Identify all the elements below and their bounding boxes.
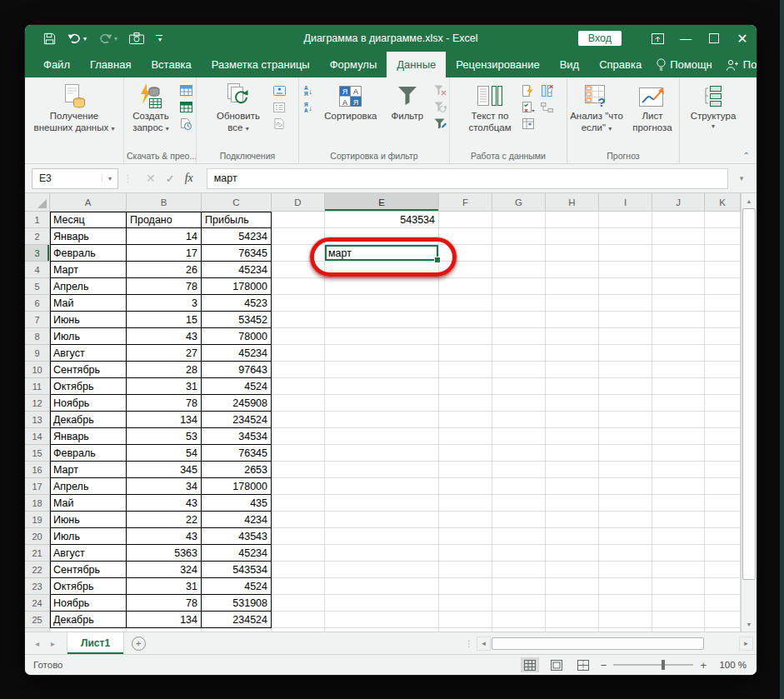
collapse-ribbon-button[interactable]: ⌃ xyxy=(743,151,750,160)
cell-J3[interactable] xyxy=(652,245,705,262)
cell-H11[interactable] xyxy=(546,378,599,395)
cell-H25[interactable] xyxy=(546,612,599,628)
cell-C25[interactable]: 234524 xyxy=(202,612,272,628)
cell-K11[interactable] xyxy=(705,378,741,395)
cell-H17[interactable] xyxy=(546,478,599,495)
ribbon-display-options-button[interactable] xyxy=(643,25,672,52)
cell-H14[interactable] xyxy=(546,428,599,445)
cell-I7[interactable] xyxy=(599,312,652,328)
cell-C9[interactable]: 45234 xyxy=(202,345,272,362)
cell-B2[interactable]: 14 xyxy=(127,228,202,245)
cell-I8[interactable] xyxy=(599,328,652,345)
redo-dropdown-icon[interactable]: ▾ xyxy=(114,35,117,42)
cell-C10[interactable]: 97643 xyxy=(202,362,272,378)
column-header-H[interactable]: H xyxy=(546,193,599,212)
cell-B26[interactable] xyxy=(127,628,202,632)
recent-sources-icon[interactable] xyxy=(178,101,193,113)
cell-C23[interactable]: 4524 xyxy=(202,578,272,595)
cell-I5[interactable] xyxy=(599,278,652,295)
cell-B13[interactable]: 134 xyxy=(127,412,202,428)
cell-B19[interactable]: 22 xyxy=(127,512,202,528)
cell-J1[interactable] xyxy=(652,212,705,228)
tab-Вставка[interactable]: Вставка xyxy=(141,52,201,77)
sort-za-descending-icon[interactable]: ЯА↓ xyxy=(301,102,316,114)
cell-H22[interactable] xyxy=(546,562,599,578)
tab-Рецензирование[interactable]: Рецензирование xyxy=(446,52,549,77)
cell-C14[interactable]: 34534 xyxy=(202,428,272,445)
cell-F17[interactable] xyxy=(439,478,492,495)
cell-F20[interactable] xyxy=(439,528,492,545)
cell-K18[interactable] xyxy=(705,495,741,512)
cell-F19[interactable] xyxy=(439,512,492,528)
cell-G20[interactable] xyxy=(492,528,546,545)
cell-H7[interactable] xyxy=(546,312,599,328)
cell-D16[interactable] xyxy=(272,462,325,478)
consolidate-icon[interactable] xyxy=(521,117,536,130)
cell-A9[interactable]: Август xyxy=(50,345,127,362)
cell-A8[interactable]: Июль xyxy=(50,328,127,345)
cell-I6[interactable] xyxy=(599,295,652,312)
cell-K2[interactable] xyxy=(705,228,741,245)
cell-J7[interactable] xyxy=(652,312,705,328)
row-header-1[interactable]: 1 xyxy=(25,212,50,228)
cell-K19[interactable] xyxy=(705,512,741,528)
zoom-in-button[interactable]: + xyxy=(700,659,707,672)
cell-A16[interactable]: Март xyxy=(50,462,127,478)
cell-H5[interactable] xyxy=(546,278,599,295)
cell-F26[interactable] xyxy=(439,628,492,632)
cell-G3[interactable] xyxy=(492,245,546,262)
confirm-entry-button[interactable]: ✓ xyxy=(166,172,175,185)
cell-J10[interactable] xyxy=(652,362,705,378)
column-header-K[interactable]: K xyxy=(705,193,741,212)
cell-D12[interactable] xyxy=(272,395,325,412)
cell-H9[interactable] xyxy=(546,345,599,362)
cell-A5[interactable]: Апрель xyxy=(50,278,127,295)
cell-G8[interactable] xyxy=(492,328,546,345)
cell-A15[interactable]: Февраль xyxy=(50,445,127,462)
column-header-A[interactable]: A xyxy=(50,193,127,212)
cell-I12[interactable] xyxy=(599,395,652,412)
cell-A17[interactable]: Апрель xyxy=(50,478,127,495)
scroll-down-icon[interactable]: ▼ xyxy=(742,617,757,632)
sheet-tab-list1[interactable]: Лист1 xyxy=(67,632,124,654)
cell-J22[interactable] xyxy=(652,562,705,578)
cell-F15[interactable] xyxy=(439,445,492,462)
cell-F11[interactable] xyxy=(439,378,492,395)
cell-D22[interactable] xyxy=(272,562,325,578)
new-query-button[interactable]: Создать запрос ▾ xyxy=(125,80,177,134)
cell-K7[interactable] xyxy=(705,312,741,328)
maximize-button[interactable] xyxy=(700,25,728,52)
cell-K3[interactable] xyxy=(705,245,741,262)
cell-J19[interactable] xyxy=(652,512,705,528)
vertical-scrollbar[interactable]: ▲ ▼ xyxy=(741,193,757,632)
cell-I25[interactable] xyxy=(599,612,652,628)
next-sheet-icon[interactable]: ▸ xyxy=(51,639,55,648)
cell-H4[interactable] xyxy=(546,262,599,278)
cell-F24[interactable] xyxy=(439,595,492,612)
cell-B18[interactable]: 43 xyxy=(127,495,202,512)
cell-F1[interactable] xyxy=(439,212,492,228)
cell-F22[interactable] xyxy=(439,562,492,578)
cell-G25[interactable] xyxy=(492,612,546,628)
cell-I26[interactable] xyxy=(599,628,652,632)
insert-function-button[interactable]: fx xyxy=(185,172,193,185)
cell-A1[interactable]: Месяц xyxy=(50,212,127,228)
row-header-23[interactable]: 23 xyxy=(25,578,50,595)
cell-C12[interactable]: 245908 xyxy=(202,395,272,412)
cell-C13[interactable]: 234524 xyxy=(202,412,272,428)
row-header-4[interactable]: 4 xyxy=(25,262,50,278)
cell-B9[interactable]: 27 xyxy=(127,345,202,362)
cell-J25[interactable] xyxy=(652,612,705,628)
cell-E19[interactable] xyxy=(325,512,439,528)
zoom-level[interactable]: 100 % xyxy=(715,660,747,670)
column-header-C[interactable]: C xyxy=(202,193,272,212)
row-header-19[interactable]: 19 xyxy=(25,512,50,528)
cell-F8[interactable] xyxy=(439,328,492,345)
cell-G18[interactable] xyxy=(492,495,546,512)
row-header-7[interactable]: 7 xyxy=(25,312,50,328)
cell-D14[interactable] xyxy=(272,428,325,445)
cell-C15[interactable]: 76345 xyxy=(202,445,272,462)
cell-J23[interactable] xyxy=(652,578,705,595)
cell-G23[interactable] xyxy=(492,578,546,595)
cell-G11[interactable] xyxy=(492,378,546,395)
